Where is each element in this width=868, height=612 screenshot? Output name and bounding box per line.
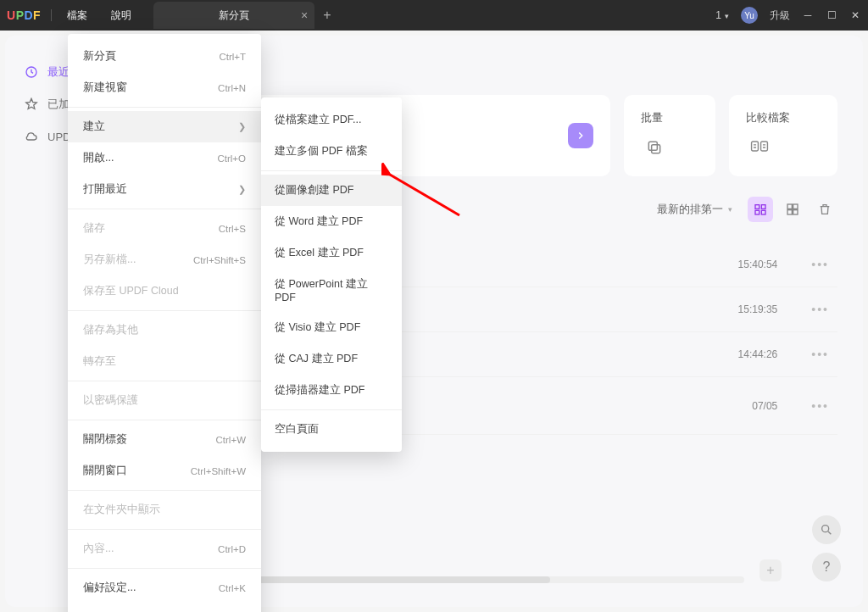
help-button[interactable]: ?	[812, 553, 841, 581]
menu-shortcut: Ctrl+Shift+W	[191, 466, 246, 476]
batch-card[interactable]: 批量	[624, 95, 715, 176]
svg-rect-2	[652, 145, 660, 153]
open-file-icon[interactable]	[568, 123, 593, 148]
card-title: 比較檔案	[746, 110, 821, 125]
file-time: 15:40:54	[738, 259, 778, 270]
menu-item[interactable]: 偏好設定...Ctrl+K	[68, 572, 261, 604]
upgrade-button[interactable]: 升級	[770, 8, 790, 23]
view-grid-button[interactable]	[780, 197, 805, 222]
menu-help[interactable]: 說明	[99, 3, 143, 28]
menu-item-label: 關閉標簽	[83, 432, 127, 447]
menu-item-label: 儲存為其他	[83, 323, 138, 337]
submenu-item[interactable]: 從 Excel 建立 PDF	[261, 237, 402, 269]
menu-shortcut: Ctrl+S	[219, 224, 246, 234]
menu-shortcut: Ctrl+K	[219, 583, 246, 593]
menu-separator	[261, 170, 402, 171]
submenu-item[interactable]: 從圖像創建 PDF	[261, 175, 402, 206]
sidebar-item-label: 已加	[47, 97, 70, 112]
submenu-item[interactable]: 從 PowerPoint 建立 PDF	[261, 269, 402, 312]
svg-rect-10	[793, 204, 798, 209]
sort-dropdown[interactable]: 最新的排第一 ▾	[657, 202, 732, 217]
window-minimize-icon[interactable]: ─	[802, 9, 814, 21]
more-icon[interactable]: •••	[811, 348, 829, 361]
menu-item[interactable]: 開啟...Ctrl+O	[68, 142, 261, 174]
card-title: 批量	[641, 110, 698, 125]
tab-title: 新分頁	[219, 8, 249, 23]
avatar[interactable]: Yu	[741, 7, 758, 24]
menu-item-label: 儲存	[83, 221, 105, 236]
chevron-down-icon: ▾	[728, 205, 732, 214]
menu-item: 轉存至	[68, 346, 261, 377]
menu-item-label: 建立	[83, 120, 105, 134]
file-menu-dropdown: 新分頁Ctrl+T新建視窗Ctrl+N建立❯開啟...Ctrl+O打開最近❯儲存…	[68, 34, 261, 612]
svg-rect-7	[755, 210, 760, 214]
scrollbar-thumb[interactable]	[234, 576, 550, 583]
chevron-right-icon: ❯	[238, 121, 246, 132]
separator	[51, 9, 52, 21]
menu-item[interactable]: 新分頁Ctrl+T	[68, 41, 261, 72]
menu-item-label: 轉存至	[83, 354, 116, 369]
menu-separator	[68, 568, 261, 569]
svg-rect-4	[761, 142, 768, 151]
svg-rect-5	[755, 205, 760, 209]
menu-item: 列印...Ctrl+P	[68, 604, 261, 612]
more-icon[interactable]: •••	[811, 258, 829, 271]
menu-item: 以密碼保護	[68, 385, 261, 416]
tab-close-icon[interactable]: ×	[301, 8, 308, 22]
menu-shortcut: Ctrl+T	[219, 52, 246, 62]
window-close-icon[interactable]: ✕	[849, 9, 861, 21]
menu-item-label: 保存至 UPDF Cloud	[83, 284, 179, 298]
submenu-item[interactable]: 空白頁面	[261, 414, 402, 445]
file-time: 15:19:35	[738, 303, 778, 315]
submenu-item[interactable]: 從 CAJ 建立 PDF	[261, 343, 402, 375]
menu-shortcut: Ctrl+O	[217, 153, 246, 164]
svg-rect-3	[752, 142, 759, 151]
svg-rect-8	[761, 210, 765, 214]
batch-icon	[641, 134, 668, 161]
svg-rect-12	[793, 210, 798, 214]
menu-separator	[261, 409, 402, 410]
menu-item[interactable]: 關閉窗口Ctrl+Shift+W	[68, 455, 261, 487]
menu-item: 儲存為其他	[68, 314, 261, 346]
menu-item-label: 偏好設定...	[83, 581, 136, 595]
new-tab-button[interactable]: +	[323, 8, 331, 23]
search-button[interactable]	[812, 515, 841, 544]
menu-separator	[68, 420, 261, 420]
submenu-item[interactable]: 從 Word 建立 PDF	[261, 206, 402, 237]
menu-item: 儲存Ctrl+S	[68, 213, 261, 244]
view-toggle	[748, 197, 837, 222]
menu-item[interactable]: 建立❯	[68, 111, 261, 142]
chevron-right-icon: ❯	[238, 184, 246, 195]
menu-shortcut: Ctrl+W	[216, 435, 246, 445]
menu-separator	[68, 490, 261, 491]
submenu-item[interactable]: 建立多個 PDF 檔案	[261, 136, 402, 167]
menu-item[interactable]: 打開最近❯	[68, 174, 261, 205]
sort-label: 最新的排第一	[657, 202, 723, 217]
menu-item: 內容...Ctrl+D	[68, 533, 261, 565]
more-icon[interactable]: •••	[811, 303, 829, 316]
horizontal-scrollbar[interactable]	[234, 576, 744, 583]
menu-item-label: 另存新檔...	[83, 253, 136, 267]
more-icon[interactable]: •••	[811, 399, 829, 413]
menu-item[interactable]: 關閉標簽Ctrl+W	[68, 424, 261, 455]
menu-shortcut: Ctrl+D	[218, 544, 246, 554]
submenu-item[interactable]: 從檔案建立 PDF...	[261, 104, 402, 136]
menu-separator	[68, 310, 261, 311]
add-file-button[interactable]: +	[760, 559, 782, 581]
menu-item: 另存新檔...Ctrl+Shift+S	[68, 244, 261, 275]
view-list-button[interactable]	[748, 197, 773, 222]
window-maximize-icon[interactable]: ☐	[826, 9, 837, 21]
svg-point-13	[822, 526, 829, 532]
menu-item-label: 新分頁	[83, 49, 116, 64]
file-time: 07/05	[752, 400, 777, 412]
submenu-item[interactable]: 從掃描器建立 PDF	[261, 375, 402, 406]
submenu-item[interactable]: 從 Visio 建立 PDF	[261, 312, 402, 343]
counter-badge[interactable]: 1▾	[715, 9, 729, 21]
app-logo: UPDF	[7, 8, 41, 22]
tab-new-page[interactable]: 新分頁 ×	[153, 2, 314, 29]
titlebar: UPDF 檔案 說明 新分頁 × + 1▾ Yu 升級 ─ ☐ ✕	[0, 0, 868, 31]
menu-item[interactable]: 新建視窗Ctrl+N	[68, 72, 261, 103]
menu-file[interactable]: 檔案	[55, 3, 99, 28]
compare-card[interactable]: 比較檔案	[729, 95, 837, 176]
delete-button[interactable]	[812, 197, 837, 222]
